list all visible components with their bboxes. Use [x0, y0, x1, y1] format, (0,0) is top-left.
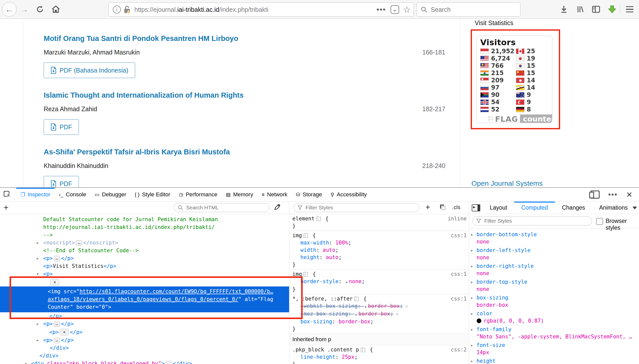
article-title-link[interactable]: Islamic Thought and Internationalization… — [44, 91, 445, 100]
home-button[interactable] — [49, 3, 62, 16]
rules-filter-box[interactable] — [294, 203, 419, 212]
selected-markup-node[interactable]: <img src="http://s01.flagcounter.com/cou… — [0, 286, 289, 312]
computed-property-name-row[interactable]: ▶border-right-style — [470, 263, 639, 270]
sidebar-tab-layout[interactable]: Layout — [483, 202, 514, 214]
expand-arrow-icon[interactable]: ▶ — [471, 342, 473, 349]
stylesheet-location-link[interactable]: inline — [448, 215, 467, 222]
browser-styles-checkbox[interactable] — [596, 218, 603, 225]
open-journal-systems-link[interactable]: Open Journal Systems — [471, 179, 543, 187]
rule-selector-line[interactable]: img {css:1 — [289, 271, 469, 278]
site-info-icon[interactable]: i — [113, 6, 121, 14]
collapsed-content-badge[interactable]: … — [54, 321, 60, 327]
expand-value-icon[interactable]: ▶ — [355, 313, 357, 316]
downloads-button[interactable] — [558, 4, 570, 15]
expand-arrow-icon[interactable]: ▶ — [471, 326, 473, 333]
markup-line[interactable]: ▶<p>…</p> — [0, 336, 289, 344]
devtools-tab-style-editor[interactable]: { }Style Editor — [131, 188, 175, 201]
computed-property-name-row[interactable]: ▶border-left-style — [470, 247, 639, 254]
pseudo-class-panel-icon[interactable] — [440, 205, 446, 210]
library-button[interactable] — [574, 4, 586, 15]
selector-highlighter-icon[interactable] — [316, 217, 321, 221]
selector-highlighter-icon[interactable] — [361, 348, 365, 352]
computed-property-name-row[interactable]: ▶color — [470, 310, 639, 317]
markup-line[interactable]: </p> — [0, 312, 289, 320]
pocket-icon[interactable]: ⌄ — [391, 5, 399, 14]
computed-property-name-row[interactable]: ▶box-sizing — [470, 294, 639, 301]
css-declaration[interactable]: width: auto; — [289, 247, 469, 254]
expand-arrow-icon[interactable]: ▶ — [471, 294, 473, 301]
expand-arrow-icon[interactable]: ▶ — [37, 320, 39, 328]
extension-button[interactable] — [606, 4, 618, 15]
pdf-button[interactable]: PDF — [44, 119, 79, 135]
insecure-lock-icon[interactable] — [123, 5, 131, 14]
expand-arrow-icon[interactable]: ▶ — [471, 247, 473, 254]
markup-search-input[interactable] — [186, 204, 262, 211]
devtools-tab-network[interactable]: ≡Network — [257, 188, 292, 201]
markup-line[interactable]: ▼<p> — [0, 270, 289, 278]
inline-image-badge[interactable] — [60, 329, 69, 335]
markup-line[interactable]: </div> — [0, 344, 289, 352]
devtools-tab-inspector[interactable]: ❐Inspector — [16, 188, 55, 201]
markup-line[interactable]: ▶<p>…</p> — [0, 255, 289, 262]
css-declaration[interactable]: -webkit-box-sizing: ▶border-box;▽ — [289, 302, 469, 310]
stylesheet-location-link[interactable]: css:1 — [451, 295, 467, 302]
collapsed-content-badge[interactable]: … — [54, 338, 60, 343]
devtools-tab-memory[interactable]: ▤Memory — [222, 188, 257, 201]
markup-line[interactable]: ▶<div class="pkp_block block_developed_b… — [0, 360, 289, 364]
stylesheet-location-link[interactable]: css:1 — [451, 271, 467, 278]
collapsed-content-badge[interactable]: … — [54, 256, 60, 261]
css-declaration[interactable]: -moz-box-sizing: ▶border-box;▽ — [289, 310, 469, 318]
reload-button[interactable] — [34, 3, 46, 16]
collapsed-content-badge[interactable]: … — [166, 361, 172, 364]
stylesheet-location-link[interactable]: css:1 — [451, 232, 467, 239]
url-bar[interactable]: i https://ejournal.iai-tribakti.ac.id/in… — [109, 3, 414, 17]
pdf-button[interactable]: PDF — [44, 176, 79, 187]
computed-filter-box[interactable] — [472, 216, 592, 225]
rule-selector-line[interactable]: element {inline — [289, 215, 469, 222]
overridden-filter-icon[interactable]: ▽ — [396, 311, 398, 318]
devtools-close-icon[interactable]: ✕ — [626, 190, 632, 199]
css-declaration[interactable]: height: auto; — [289, 254, 469, 261]
computed-property-name-row[interactable]: ▶height — [470, 357, 639, 364]
markup-line[interactable]: ▶<noscript>…</noscript> — [0, 239, 289, 247]
computed-property-name-row[interactable]: ▶border-top-style — [470, 278, 639, 286]
devtools-tab-storage[interactable]: ⛁Storage — [292, 188, 326, 201]
search-input[interactable] — [430, 6, 507, 14]
expand-arrow-icon[interactable]: ▶ — [471, 231, 473, 238]
inline-image-badge[interactable] — [50, 279, 59, 285]
computed-property-name-row[interactable]: ▶font-size — [470, 342, 639, 349]
rule-selector-line[interactable]: *, :before, ::after {css:1 — [289, 295, 469, 302]
collapse-arrow-icon[interactable]: ▼ — [37, 270, 39, 278]
sidebar-expand-icon[interactable] — [472, 204, 480, 211]
devtools-tab-performance[interactable]: ◷Performance — [175, 188, 222, 201]
collapsed-content-badge[interactable]: … — [76, 240, 82, 246]
markup-line[interactable] — [0, 278, 289, 286]
computed-filter-input[interactable] — [484, 218, 580, 224]
devtools-meatball-menu-icon[interactable]: ••• — [608, 190, 618, 199]
expand-arrow-icon[interactable]: ▶ — [37, 239, 39, 247]
overridden-filter-icon[interactable]: ▽ — [405, 303, 408, 310]
rule-selector-line[interactable]: .pkp_block .content p {css:2 — [289, 346, 469, 353]
pdf-button[interactable]: PDF (Bahasa Indonesia) — [44, 63, 135, 78]
selector-highlighter-icon[interactable] — [303, 233, 308, 238]
markup-line[interactable]: http://ejournal.iai-tribakti.ac.id/index… — [0, 223, 289, 231]
sidebar-tab-animations[interactable]: Animations — [592, 202, 635, 214]
expand-arrow-icon[interactable]: ▶ — [471, 357, 473, 364]
markup-search-box[interactable] — [174, 203, 269, 212]
menu-button[interactable] — [624, 4, 635, 15]
markup-line[interactable]: <p>Visit Statistics</p> — [0, 262, 289, 270]
add-rule-button[interactable]: + — [425, 203, 430, 212]
expand-arrow-icon[interactable]: ▶ — [37, 336, 39, 344]
sidebar-tab-changes[interactable]: Changes — [555, 202, 592, 214]
node-picker-button[interactable] — [0, 188, 15, 201]
sidebar-tab-computed[interactable]: Computed — [514, 202, 555, 214]
css-declaration[interactable]: box-sizing: border-box; — [289, 318, 469, 325]
css-declaration[interactable]: max-width: 100%; — [289, 239, 469, 247]
expand-arrow-icon[interactable]: ▶ — [471, 310, 473, 317]
rule-selector-line[interactable]: img {css:1 — [289, 232, 469, 239]
selector-highlighter-icon[interactable] — [354, 297, 359, 301]
markup-line[interactable]: --> — [0, 231, 289, 239]
computed-property-name-row[interactable]: ▶border-bottom-style — [470, 231, 639, 238]
css-declaration[interactable]: line-height: 25px; — [289, 353, 469, 361]
search-bar[interactable] — [416, 3, 520, 17]
